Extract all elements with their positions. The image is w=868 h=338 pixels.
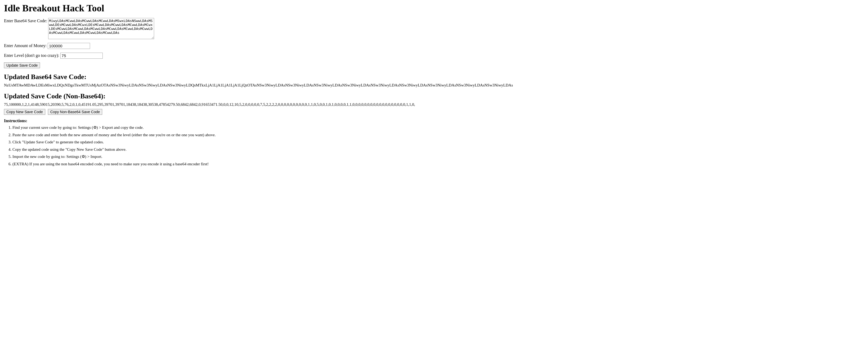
copy-buttons-row: Copy New Save Code Copy Non-Base64 Save … [4,109,864,115]
instruction-item: Import the new code by going to: Setting… [12,154,864,160]
update-save-code-button[interactable]: Update Save Code [4,62,40,68]
money-label: Enter Amount of Money: [4,43,46,48]
save-code-field-row: Enter Base64 Save Code: MiwyLDAsMCwwLDAs… [4,18,864,39]
updated-base64-title: Updated Base64 Save Code: [4,73,864,81]
instruction-item: Find your current save code by going to:… [12,124,864,131]
instruction-item: Click "Update Save Code" to generate the… [12,139,864,146]
instruction-item: (EXTRA) If you are using the non base64 … [12,161,864,168]
instructions-list: Find your current save code by going to:… [12,124,864,167]
copy-nonbase64-save-code-button[interactable]: Copy Non-Base64 Save Code [48,109,102,115]
level-label: Enter Level (don't go too crazy): [4,53,59,58]
updated-nonbase64-code: 75,100000,1,2,1,4148,59015,20390,5,76,2,… [4,102,864,107]
level-input[interactable]: 75 [60,53,103,59]
instructions-title: Instructions: [4,119,864,123]
instruction-item: Copy the updated code using the "Copy Ne… [12,146,864,153]
money-input[interactable]: 100000 [48,43,90,49]
save-code-label: Enter Base64 Save Code: [4,18,47,23]
page-title: Idle Breakout Hack Tool [4,3,864,14]
level-field-row: Enter Level (don't go too crazy): 75 [4,53,864,59]
copy-new-save-code-button[interactable]: Copy New Save Code [4,109,45,115]
money-field-row: Enter Amount of Money: 100000 [4,43,864,49]
update-button-row: Update Save Code [4,62,864,68]
save-code-input[interactable]: MiwyLDAsMCwwLDAsMCwwLDAsMCwwLDAsMSwxLDAs… [48,18,154,39]
updated-nonbase64-title: Updated Save Code (Non-Base64): [4,92,864,100]
instruction-item: Paste the save code and enter both the n… [12,132,864,139]
updated-base64-code: NzUsMTAwMDAwLDEsMiwxLDQxNDgsTkwMTUsMjAzO… [4,83,864,88]
